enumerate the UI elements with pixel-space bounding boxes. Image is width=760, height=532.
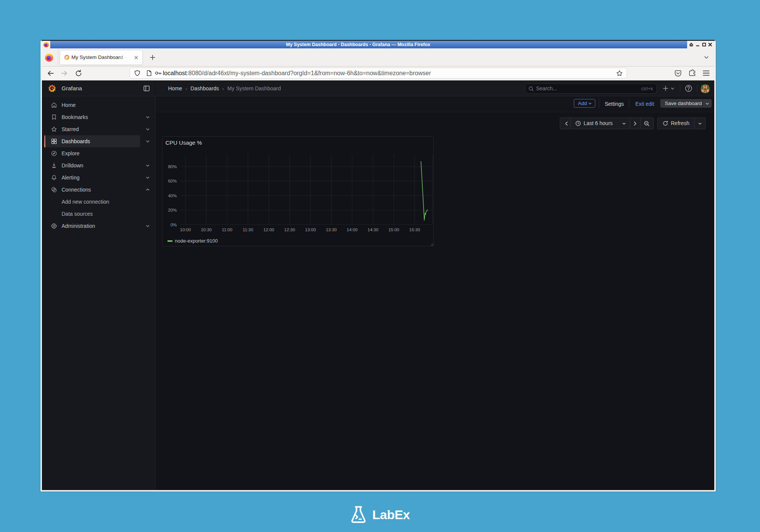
svg-text:40%: 40% bbox=[168, 193, 177, 198]
svg-text:12:00: 12:00 bbox=[263, 227, 274, 232]
svg-text:80%: 80% bbox=[168, 164, 177, 169]
svg-text:0%: 0% bbox=[170, 223, 177, 227]
svg-text:10:00: 10:00 bbox=[180, 227, 191, 232]
svg-text:13:30: 13:30 bbox=[326, 227, 337, 232]
svg-text:14:30: 14:30 bbox=[368, 227, 378, 232]
svg-text:15:00: 15:00 bbox=[388, 227, 399, 232]
svg-text:12:30: 12:30 bbox=[284, 227, 295, 232]
svg-text:20%: 20% bbox=[168, 208, 177, 212]
svg-text:11:00: 11:00 bbox=[222, 227, 232, 232]
svg-text:10:30: 10:30 bbox=[201, 227, 212, 232]
svg-text:13:00: 13:00 bbox=[305, 227, 316, 232]
svg-text:15:30: 15:30 bbox=[409, 227, 420, 232]
svg-text:11:30: 11:30 bbox=[243, 227, 253, 232]
svg-text:60%: 60% bbox=[168, 179, 177, 183]
svg-text:14:00: 14:00 bbox=[347, 227, 358, 232]
